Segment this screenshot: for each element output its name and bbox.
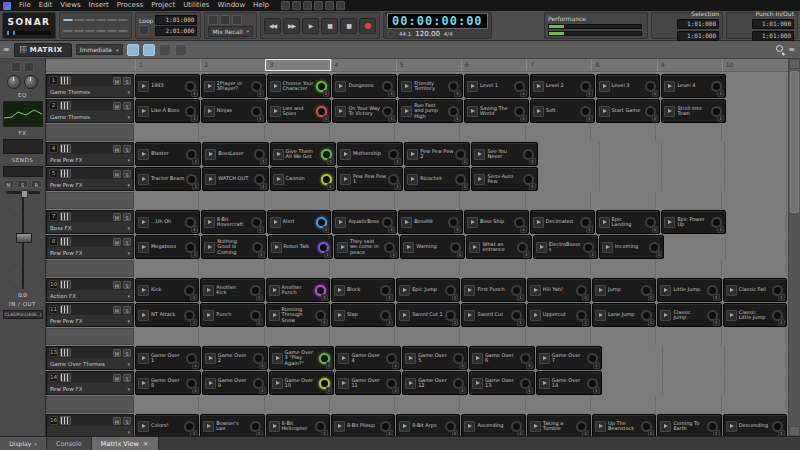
- matrix-empty-slot[interactable]: [601, 167, 662, 191]
- cell-play-button[interactable]: [533, 217, 544, 228]
- matrix-cell[interactable]: Like A Boss1: [135, 99, 200, 123]
- matrix-cell[interactable]: What an entrance1: [466, 235, 531, 259]
- matrix-cell[interactable]: Soft1: [530, 99, 595, 123]
- matrix-cell[interactable]: ...Uh Oh1: [135, 210, 200, 234]
- punch-in-time[interactable]: 1:01:000: [752, 19, 794, 29]
- cell-play-button[interactable]: [595, 310, 606, 321]
- matrix-cell[interactable]: Hiii Yah!1: [527, 278, 591, 302]
- cell-play-button[interactable]: [726, 421, 737, 432]
- track-solo-button[interactable]: S: [123, 417, 131, 425]
- cell-play-button[interactable]: [726, 285, 737, 296]
- matrix-cell[interactable]: First Punch1: [461, 278, 525, 302]
- matrix-empty-slot[interactable]: [396, 328, 460, 345]
- punch-out-time[interactable]: 1:01:000: [752, 31, 794, 41]
- matrix-cell[interactable]: 8-Bit Helicopter1: [266, 414, 330, 436]
- cell-play-button[interactable]: [664, 217, 675, 228]
- matrix-empty-slot[interactable]: [461, 396, 525, 413]
- cell-play-button[interactable]: [334, 421, 345, 432]
- matrix-cell[interactable]: Game Over 3 "Play Again?"1: [269, 346, 335, 370]
- matrix-cell[interactable]: Slap1: [331, 303, 395, 327]
- matrix-cell[interactable]: Cannon1: [270, 167, 336, 191]
- matrix-cell[interactable]: Level 41: [661, 74, 726, 98]
- cell-play-button[interactable]: [205, 149, 216, 160]
- matrix-cell[interactable]: Game Over 91: [202, 371, 268, 395]
- track-solo-button[interactable]: S: [123, 102, 131, 110]
- matrix-empty-slot[interactable]: [331, 192, 395, 209]
- track-solo-button[interactable]: S: [123, 170, 131, 178]
- matrix-empty-slot[interactable]: [266, 124, 330, 141]
- cell-play-button[interactable]: [270, 81, 281, 92]
- matrix-cell[interactable]: Ninjas1: [201, 99, 266, 123]
- cell-play-button[interactable]: [399, 310, 410, 321]
- track-mute-button[interactable]: M: [113, 213, 121, 221]
- matrix-cell[interactable]: Warning1: [400, 235, 465, 259]
- cell-play-button[interactable]: [469, 242, 480, 253]
- matrix-cell[interactable]: Sword Cut 11: [396, 303, 460, 327]
- matrix-empty-slot[interactable]: [331, 260, 395, 277]
- column-header-9[interactable]: 9: [657, 59, 722, 71]
- matrix-empty-slot[interactable]: [527, 396, 591, 413]
- cell-play-button[interactable]: [401, 81, 412, 92]
- cell-play-button[interactable]: [399, 285, 410, 296]
- track-solo-button[interactable]: S: [123, 77, 131, 85]
- cell-play-button[interactable]: [272, 353, 283, 364]
- cell-play-button[interactable]: [273, 174, 284, 185]
- matrix-cell[interactable]: Start Game1: [596, 99, 661, 123]
- cell-play-button[interactable]: [138, 217, 149, 228]
- matrix-empty-slot[interactable]: [657, 192, 721, 209]
- matrix-empty-slot[interactable]: [723, 192, 787, 209]
- column-header-1[interactable]: 1: [135, 59, 200, 71]
- matrix-cell[interactable]: AquaticBoss1: [332, 210, 397, 234]
- track-mute-button[interactable]: M: [113, 374, 121, 382]
- cell-play-button[interactable]: [405, 378, 416, 389]
- track-header[interactable]: 5MSPew Pew FX▾: [46, 167, 134, 191]
- matrix-empty-slot[interactable]: [539, 167, 600, 191]
- cell-play-button[interactable]: [204, 242, 215, 253]
- stop-button[interactable]: ■: [340, 18, 357, 34]
- column-header-2[interactable]: 2: [200, 59, 265, 71]
- meter-value[interactable]: 4/4: [444, 31, 453, 37]
- cell-play-button[interactable]: [205, 378, 216, 389]
- track-header[interactable]: 1MSGame Themes▾: [46, 74, 134, 98]
- rewind-button[interactable]: ◀◀: [264, 18, 281, 34]
- audio-preview-button[interactable]: [143, 44, 155, 56]
- track-header[interactable]: 7MSBoss FX▾: [46, 210, 134, 234]
- cell-play-button[interactable]: [664, 81, 675, 92]
- matrix-empty-slot[interactable]: [665, 235, 725, 259]
- cell-play-button[interactable]: [335, 106, 346, 117]
- panel-menu-icon[interactable]: ≡: [3, 45, 10, 55]
- matrix-empty-slot[interactable]: [726, 346, 787, 370]
- cell-play-button[interactable]: [403, 242, 414, 253]
- cell-play-button[interactable]: [138, 310, 149, 321]
- loop-toggle-button[interactable]: [118, 30, 128, 32]
- tempo-value[interactable]: 120.00: [415, 30, 440, 38]
- cell-play-button[interactable]: [270, 106, 281, 117]
- cell-play-button[interactable]: [138, 81, 149, 92]
- matrix-cell[interactable]: Boss Ship1: [464, 210, 529, 234]
- cell-play-button[interactable]: [270, 217, 281, 228]
- cell-play-button[interactable]: [204, 106, 215, 117]
- play-button[interactable]: ▶: [302, 18, 319, 34]
- track-header[interactable]: 13MSGame Over Themes▾: [46, 346, 134, 370]
- cell-play-button[interactable]: [203, 421, 214, 432]
- matrix-cell[interactable]: Level 21: [530, 74, 595, 98]
- cell-play-button[interactable]: [467, 81, 478, 92]
- matrix-cell[interactable]: Game Over 121: [402, 371, 468, 395]
- menu-item-views[interactable]: Views: [56, 0, 84, 11]
- mute-button[interactable]: M: [3, 180, 14, 188]
- cell-play-button[interactable]: [464, 310, 475, 321]
- sends-bin[interactable]: [3, 166, 43, 177]
- matrix-cell[interactable]: Robot Talk1: [268, 235, 333, 259]
- matrix-empty-slot[interactable]: [592, 396, 656, 413]
- matrix-cell[interactable]: Another Kick1: [200, 278, 264, 302]
- cell-play-button[interactable]: [337, 242, 348, 253]
- timing-tool-button[interactable]: [118, 19, 128, 21]
- matrix-cell[interactable]: Epic Power Up1: [661, 210, 726, 234]
- matrix-cell[interactable]: Classic Jump1: [657, 303, 721, 327]
- cell-play-button[interactable]: [205, 353, 216, 364]
- matrix-cell[interactable]: NT Attack1: [135, 303, 199, 327]
- cell-play-button[interactable]: [472, 378, 483, 389]
- mix-recall-dropdown[interactable]: Mix Recall ▾: [208, 26, 253, 37]
- matrix-cell[interactable]: Game Over 71: [536, 346, 602, 370]
- matrix-cell[interactable]: Block1: [331, 278, 395, 302]
